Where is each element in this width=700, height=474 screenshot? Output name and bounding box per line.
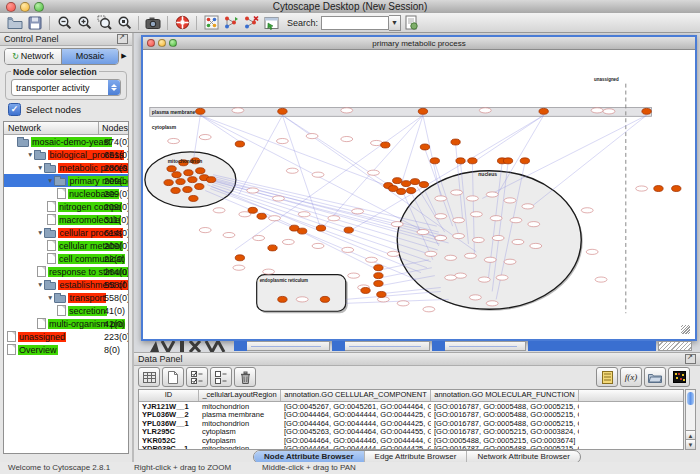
label-node[interactable]	[368, 170, 380, 175]
label-node[interactable]	[530, 243, 542, 248]
table-row-ypl036w__1[interactable]: YPL036W__1mitochondrion[GO:0044464, GO:0…	[139, 419, 683, 428]
gene-node[interactable]	[278, 108, 287, 114]
expand-arrow-icon[interactable]: ▼	[47, 177, 53, 184]
gene-node[interactable]	[430, 158, 439, 164]
label-node[interactable]	[168, 138, 180, 143]
label-node[interactable]	[296, 297, 308, 302]
background-window[interactable]	[332, 341, 430, 351]
background-window[interactable]	[432, 341, 526, 351]
label-node[interactable]	[391, 222, 403, 227]
edge[interactable]	[302, 232, 381, 272]
gene-node[interactable]	[316, 225, 325, 231]
label-node[interactable]	[496, 275, 508, 280]
gene-node[interactable]	[672, 186, 681, 192]
label-node[interactable]	[512, 239, 524, 244]
column-header-id[interactable]: ID	[139, 390, 199, 401]
select-all-attributes-button[interactable]	[186, 367, 208, 387]
label-node[interactable]	[435, 214, 447, 219]
gene-node[interactable]	[167, 166, 176, 172]
label-node[interactable]	[312, 172, 324, 177]
expand-arrow-icon[interactable]: ▼	[37, 281, 43, 288]
tree-row-biological-process[interactable]: ▼biological_process651(0)	[4, 148, 128, 161]
gene-node[interactable]	[410, 179, 419, 185]
table-row-ykr052c[interactable]: YKR052Ccytoplasm[GO:0044464, GO:0044446,…	[139, 436, 683, 445]
float-panel-icon[interactable]	[685, 354, 696, 364]
gene-node[interactable]	[248, 207, 257, 213]
label-node[interactable]	[312, 243, 324, 248]
gene-node[interactable]	[420, 144, 429, 150]
label-node[interactable]	[478, 277, 490, 282]
label-node[interactable]	[253, 235, 265, 240]
label-node[interactable]	[435, 196, 447, 201]
expand-arrow-icon[interactable]: ▼	[47, 294, 53, 301]
label-node[interactable]	[528, 222, 540, 227]
label-node[interactable]	[451, 190, 463, 195]
network-graph[interactable]: plasma membranecytoplasmmitochondrionnuc…	[143, 50, 691, 335]
column-header-region[interactable]: _cellularLayoutRegion	[199, 390, 281, 401]
background-window[interactable]	[528, 341, 656, 351]
background-window[interactable]	[234, 341, 330, 351]
label-node[interactable]	[425, 251, 437, 256]
label-node[interactable]	[435, 235, 447, 240]
label-node[interactable]	[470, 212, 482, 217]
zoom-out-button[interactable]	[55, 14, 73, 31]
table-row-yjr121w__1[interactable]: YJR121W__1mitochondrion[GO:0045267, GO:0…	[139, 402, 683, 411]
label-node[interactable]	[636, 186, 648, 191]
plugin-manager-button[interactable]	[402, 14, 420, 31]
gene-node[interactable]	[503, 158, 512, 164]
label-node[interactable]	[223, 232, 235, 237]
label-node[interactable]	[199, 228, 211, 233]
tree-row-nitrogen-compo[interactable]: nitrogen compo209(0)	[4, 200, 128, 213]
gene-node[interactable]	[184, 170, 193, 176]
label-node[interactable]	[581, 208, 593, 213]
edge[interactable]	[532, 115, 647, 206]
label-node[interactable]	[603, 109, 615, 114]
table-row-ylr295c[interactable]: YLR295Ccytoplasm[GO:0045263, GO:0044464,…	[139, 428, 683, 437]
gene-node[interactable]	[278, 296, 287, 302]
tree-row-primary-metabo[interactable]: ▼primary metabo209(...	[4, 174, 128, 187]
label-node[interactable]	[504, 259, 516, 264]
label-node[interactable]	[472, 237, 484, 242]
tree-row-metabolic-process[interactable]: ▼metabolic process280(0)	[4, 161, 128, 174]
label-node[interactable]	[342, 247, 354, 252]
gene-node[interactable]	[344, 227, 353, 233]
tree-row-secretion[interactable]: secretion41(0)	[4, 304, 128, 317]
edge[interactable]	[282, 115, 391, 186]
gene-node[interactable]	[642, 108, 651, 114]
tree-row-nucleobase-[interactable]: nucleobase-209(0)	[4, 187, 128, 200]
gene-node[interactable]	[235, 255, 244, 261]
resize-grip-icon[interactable]	[681, 325, 690, 334]
tree-row-mosaic-demo-yeast[interactable]: mosaic-demo-yeast874(0)	[4, 135, 128, 148]
open-file-button[interactable]	[6, 14, 24, 31]
gene-node[interactable]	[189, 195, 198, 201]
attribute-matrix-button[interactable]	[668, 367, 690, 387]
network-canvas[interactable]: plasma membranecytoplasmmitochondrionnuc…	[143, 50, 691, 335]
expand-arrow-icon[interactable]: ▼	[27, 151, 33, 158]
gene-node[interactable]	[164, 180, 173, 186]
label-node[interactable]	[586, 249, 598, 254]
label-node[interactable]	[492, 235, 504, 240]
label-node[interactable]	[366, 257, 378, 262]
label-node[interactable]	[397, 301, 409, 306]
label-node[interactable]	[466, 196, 478, 201]
scrollbar-thumb[interactable]	[687, 392, 694, 405]
snapshot-button[interactable]	[144, 14, 162, 31]
gene-node[interactable]	[235, 141, 244, 147]
gene-node[interactable]	[196, 108, 205, 114]
label-node[interactable]	[486, 301, 498, 306]
gene-node[interactable]	[207, 177, 216, 183]
attribute-list-button[interactable]	[596, 367, 618, 387]
zoom-fit-content-button[interactable]	[115, 14, 133, 31]
zoom-selected-region-button[interactable]	[95, 14, 113, 31]
column-header-cellular-component[interactable]: annotation.GO CELLULAR_COMPONENT	[281, 390, 431, 401]
gene-node[interactable]	[171, 188, 180, 194]
gene-node[interactable]	[393, 178, 402, 184]
gene-node[interactable]	[401, 181, 410, 187]
label-node[interactable]	[453, 218, 465, 223]
label-node[interactable]	[341, 136, 353, 141]
gene-node[interactable]	[268, 245, 277, 251]
tree-row-cellular-metabol[interactable]: cellular metabol209(0)	[4, 239, 128, 252]
delete-attribute-button[interactable]	[234, 367, 256, 387]
gene-node[interactable]	[176, 179, 185, 185]
label-node[interactable]	[298, 212, 310, 217]
